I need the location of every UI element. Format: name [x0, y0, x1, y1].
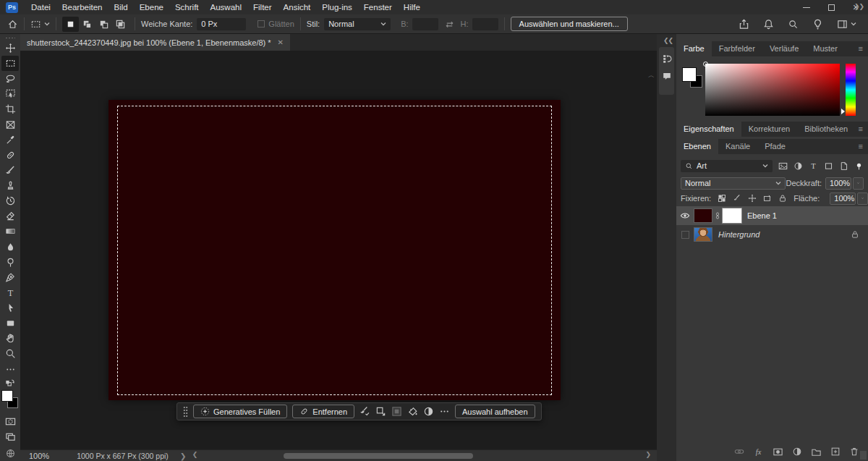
foreground-background-swatches[interactable]: [1, 390, 20, 410]
move-tool[interactable]: [1, 41, 19, 56]
menu-filter[interactable]: Filter: [247, 0, 278, 14]
version-history-icon[interactable]: [662, 54, 672, 64]
new-selection-mode-button[interactable]: [62, 17, 79, 32]
rectangular-marquee-tool[interactable]: [1, 56, 19, 71]
saturation-brightness-field[interactable]: [705, 64, 840, 116]
menu-datei[interactable]: Datei: [25, 0, 56, 14]
canvas-area[interactable]: ︿ Generatives Füllen Entfernen Auswahl a…: [20, 51, 657, 449]
collapse-panels-chevron-icon[interactable]: ❯❯: [854, 3, 864, 10]
subtract-from-selection-mode-button[interactable]: [95, 17, 112, 32]
type-tool[interactable]: T: [1, 285, 19, 300]
background-layer-name[interactable]: Hintergrund: [718, 230, 760, 239]
generative-fill-button[interactable]: Generatives Füllen: [193, 405, 287, 418]
mask-button-icon[interactable]: [391, 406, 402, 417]
tab-farbfelder[interactable]: Farbfelder: [712, 41, 762, 56]
color-panel-menu-icon[interactable]: ≡: [859, 41, 863, 56]
transform-icon[interactable]: [375, 406, 386, 417]
eraser-tool[interactable]: [1, 208, 19, 224]
menu-fenster[interactable]: Fenster: [358, 0, 398, 14]
properties-panel-menu-icon[interactable]: ≡: [859, 122, 863, 137]
opacity-value[interactable]: 100%: [825, 177, 851, 190]
tab-verlaeufe[interactable]: Verläufe: [762, 41, 806, 56]
history-brush-tool[interactable]: [1, 193, 19, 208]
layer-style-fx-icon[interactable]: fx: [753, 447, 764, 457]
object-selection-tool[interactable]: [1, 86, 19, 101]
lock-all-icon[interactable]: [778, 194, 787, 203]
feather-input[interactable]: 0 Px: [197, 18, 246, 30]
layer-name[interactable]: Ebene 1: [747, 211, 777, 220]
edit-toolbar-icon[interactable]: [1, 361, 19, 376]
rectangle-tool[interactable]: [1, 316, 19, 331]
notifications-bell-icon[interactable]: [763, 19, 774, 30]
opacity-dropdown-icon[interactable]: [853, 177, 864, 190]
tab-ebenen[interactable]: Ebenen: [676, 139, 718, 154]
color-field-marker[interactable]: [703, 62, 708, 67]
menu-ebene[interactable]: Ebene: [134, 0, 169, 14]
panel-resize-grip[interactable]: [860, 451, 867, 460]
lock-position-icon[interactable]: [748, 194, 757, 203]
tab-korrekturen[interactable]: Korrekturen: [741, 122, 797, 137]
status-expand-chevron-icon[interactable]: ❯: [180, 452, 187, 460]
quick-mask-icon[interactable]: [1, 414, 19, 429]
photoshop-logo-icon[interactable]: Ps: [6, 2, 18, 13]
document-image[interactable]: [109, 100, 561, 400]
new-layer-icon[interactable]: [830, 447, 841, 457]
layer-row-hintergrund[interactable]: Hintergrund: [676, 225, 868, 244]
adjust-brush-icon[interactable]: [359, 406, 370, 417]
zoom-tool[interactable]: [1, 346, 19, 361]
height-input[interactable]: [472, 18, 498, 30]
menu-bearbeiten[interactable]: Bearbeiten: [56, 0, 109, 14]
blend-mode-dropdown[interactable]: Normal: [681, 177, 786, 190]
healing-brush-tool[interactable]: [1, 148, 19, 163]
layer-row-ebene-1[interactable]: Ebene 1: [676, 206, 868, 225]
share-icon[interactable]: [739, 19, 749, 30]
foreground-color-swatch[interactable]: [1, 390, 13, 402]
pen-tool[interactable]: [1, 270, 19, 285]
width-input[interactable]: [412, 18, 438, 30]
filter-toggle-pin-icon[interactable]: [854, 161, 864, 171]
search-icon[interactable]: [788, 19, 799, 30]
taskbar-drag-handle[interactable]: [183, 406, 188, 418]
adjustment-contrast-icon[interactable]: [423, 406, 434, 417]
crop-tool[interactable]: [1, 101, 19, 117]
layers-panel-menu-icon[interactable]: ≡: [859, 139, 863, 154]
clone-stamp-tool[interactable]: [1, 178, 19, 193]
horizontal-scrollbar-thumb[interactable]: [284, 453, 473, 459]
screen-mode-icon[interactable]: [1, 429, 19, 444]
add-layer-mask-icon[interactable]: [773, 447, 783, 457]
lock-artboard-icon[interactable]: [763, 194, 772, 203]
new-group-folder-icon[interactable]: [811, 447, 822, 457]
delete-layer-trash-icon[interactable]: [849, 447, 859, 457]
adjustment-layer-icon[interactable]: [792, 447, 802, 457]
filter-image-icon[interactable]: [778, 161, 788, 171]
layer-visibility-eye-icon[interactable]: [676, 211, 694, 221]
filter-shape-icon[interactable]: [824, 161, 833, 171]
menu-plugins[interactable]: Plug-ins: [316, 0, 358, 14]
remove-button[interactable]: Entfernen: [292, 405, 354, 418]
layer-thumbnail[interactable]: [694, 208, 712, 223]
foreground-swatch[interactable]: [682, 67, 697, 82]
workspace-switcher-icon[interactable]: [837, 19, 856, 30]
hue-slider-marker[interactable]: [841, 109, 845, 114]
dodge-tool[interactable]: [1, 255, 19, 270]
horizontal-scrollbar[interactable]: ❮ ❯: [190, 450, 654, 461]
home-icon[interactable]: [7, 19, 18, 30]
path-selection-tool[interactable]: [1, 300, 19, 316]
antialias-checkbox[interactable]: Glätten: [258, 20, 294, 28]
swap-dimensions-icon[interactable]: [444, 19, 455, 30]
scroll-right-arrow-icon[interactable]: ❯: [645, 451, 651, 458]
scroll-left-arrow-icon[interactable]: ❮: [192, 451, 198, 458]
fill-dropdown-icon[interactable]: [857, 193, 868, 205]
gradient-tool[interactable]: [1, 224, 19, 239]
document-tab[interactable]: shutterstock_2442370449.jpg bei 100% (Eb…: [20, 34, 290, 51]
comments-icon[interactable]: [662, 71, 672, 81]
lasso-tool[interactable]: [1, 71, 19, 86]
menu-ansicht[interactable]: Ansicht: [278, 0, 317, 14]
link-layers-icon[interactable]: [734, 447, 744, 457]
menu-schrift[interactable]: Schrift: [169, 0, 205, 14]
tab-bibliotheken[interactable]: Bibliotheken: [797, 122, 855, 137]
tab-muster[interactable]: Muster: [806, 41, 845, 56]
blur-tool[interactable]: [1, 239, 19, 254]
lock-transparency-icon[interactable]: [718, 194, 726, 203]
layer-hidden-eye-box[interactable]: [676, 231, 694, 239]
